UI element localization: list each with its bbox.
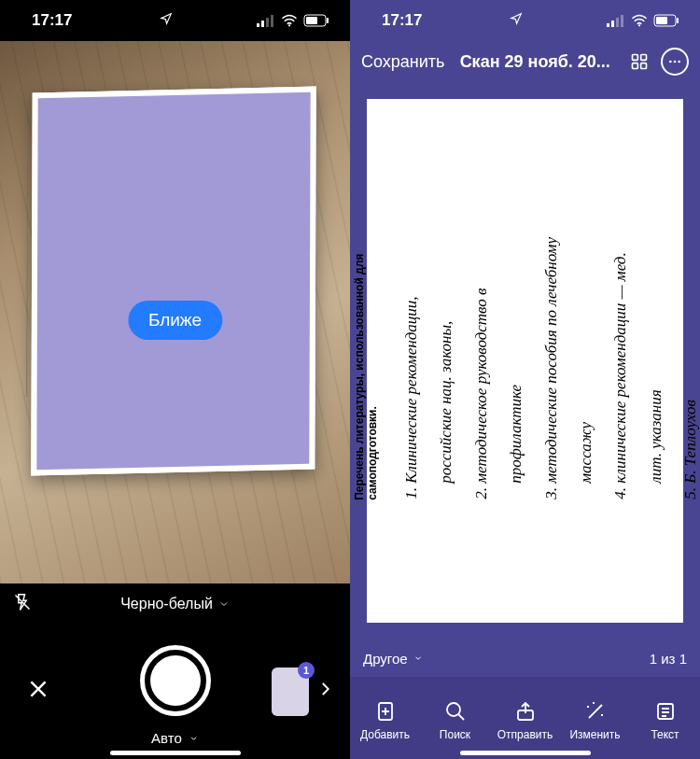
svg-rect-18: [641, 55, 647, 61]
wifi-icon: [281, 14, 298, 27]
svg-rect-3: [271, 15, 273, 27]
shutter-button[interactable]: [140, 645, 211, 716]
detected-document-frame: [31, 87, 315, 476]
svg-rect-20: [641, 63, 647, 69]
category-label: Другое: [363, 651, 408, 667]
document-viewer[interactable]: Перечень литературы, использованной для …: [350, 82, 700, 640]
tool-label: Отправить: [497, 728, 553, 741]
chevron-down-icon: [218, 598, 230, 610]
svg-rect-15: [656, 17, 667, 24]
scan-mode-strip: Черно-белый: [0, 583, 350, 625]
wifi-icon: [631, 14, 648, 27]
battery-icon: [653, 14, 679, 27]
home-indicator[interactable]: [460, 751, 591, 755]
camera-viewport: Ближе: [0, 41, 350, 583]
bottom-toolbar: Добавить Поиск Отправить Изменить Текст: [350, 677, 700, 759]
document-title[interactable]: Скан 29 нояб. 20...: [452, 52, 618, 72]
document-meta-row: Другое 1 из 1: [350, 640, 700, 677]
more-icon[interactable]: [661, 48, 689, 76]
svg-rect-10: [611, 21, 614, 27]
capture-count-badge: 1: [298, 662, 315, 679]
capture-mode-label[interactable]: Авто: [151, 730, 199, 746]
result-header: Сохранить Скан 29 нояб. 20...: [350, 41, 700, 82]
status-bar: 17:17: [350, 0, 700, 41]
document-heading: Перечень литературы, использованной для …: [353, 221, 379, 500]
category-selector[interactable]: Другое: [363, 651, 423, 667]
svg-rect-16: [677, 18, 679, 23]
svg-rect-19: [633, 63, 638, 69]
color-mode-selector[interactable]: Черно-белый: [32, 596, 318, 612]
document-list: Клинические рекомендации, российские нац…: [394, 221, 700, 500]
svg-rect-1: [261, 21, 264, 27]
list-item: методические пособия по лечебному массаж…: [534, 221, 604, 484]
share-icon: [514, 700, 537, 723]
grid-icon[interactable]: [625, 48, 653, 76]
search-icon: [444, 700, 467, 723]
list-item: Б. Теплоухов: [673, 221, 700, 484]
home-indicator[interactable]: [110, 751, 241, 755]
status-time: 17:17: [32, 11, 72, 30]
svg-point-21: [669, 61, 672, 63]
auto-mode-text: Авто: [151, 730, 182, 746]
svg-rect-11: [616, 18, 619, 27]
svg-rect-17: [633, 55, 638, 61]
add-button[interactable]: Добавить: [350, 700, 420, 741]
send-button[interactable]: Отправить: [490, 700, 560, 741]
chevron-down-icon: [189, 734, 199, 743]
cell-signal-icon: [607, 14, 625, 27]
camera-bottom-bar: 1 Авто: [0, 625, 350, 759]
page-counter: 1 из 1: [650, 651, 687, 667]
svg-rect-7: [327, 18, 329, 23]
captured-thumbnail[interactable]: 1: [272, 668, 309, 716]
chevron-down-icon: [413, 654, 423, 663]
tool-label: Поиск: [440, 728, 470, 741]
svg-point-13: [638, 24, 640, 26]
svg-rect-12: [621, 15, 623, 27]
svg-rect-0: [257, 23, 259, 27]
list-item: клинические рекомендации — мед. лит. ука…: [604, 221, 674, 484]
document-preview-text: [26, 157, 321, 397]
camera-capture-screen: 17:17 Бли: [0, 0, 350, 759]
status-location-arrow-icon: [510, 11, 523, 30]
list-item: методическое руководство в профилактике: [464, 221, 534, 484]
status-location-arrow-icon: [160, 11, 173, 30]
svg-rect-6: [306, 17, 317, 24]
color-mode-label: Черно-белый: [120, 596, 213, 612]
captured-thumbnail-group[interactable]: 1: [272, 668, 333, 716]
list-item: Клинические рекомендации, российские нац…: [394, 221, 464, 484]
status-bar: 17:17: [0, 0, 350, 41]
edit-button[interactable]: Изменить: [560, 700, 630, 741]
cell-signal-icon: [257, 14, 275, 27]
tool-label: Добавить: [360, 728, 410, 741]
chevron-right-icon[interactable]: [316, 676, 333, 709]
wand-icon: [584, 700, 607, 723]
distance-hint-pill: Ближе: [128, 301, 222, 340]
tool-label: Текст: [651, 728, 679, 741]
status-time: 17:17: [382, 11, 422, 30]
battery-icon: [303, 14, 329, 27]
text-icon: [654, 700, 677, 723]
svg-point-4: [288, 24, 290, 26]
svg-rect-2: [266, 18, 269, 27]
save-button[interactable]: Сохранить: [361, 52, 444, 72]
add-page-icon: [374, 700, 397, 723]
svg-point-23: [678, 61, 680, 63]
close-button[interactable]: [17, 667, 60, 717]
svg-point-25: [447, 703, 460, 716]
scan-result-screen: 17:17 Сохранить Скан 29 нояб. 20...: [350, 0, 700, 759]
flash-off-icon[interactable]: [13, 593, 32, 615]
svg-point-22: [674, 61, 677, 63]
search-button[interactable]: Поиск: [420, 700, 490, 741]
text-button[interactable]: Текст: [630, 700, 700, 741]
scanned-page: Перечень литературы, использованной для …: [367, 99, 683, 623]
tool-label: Изменить: [569, 728, 620, 741]
svg-rect-9: [607, 23, 609, 27]
